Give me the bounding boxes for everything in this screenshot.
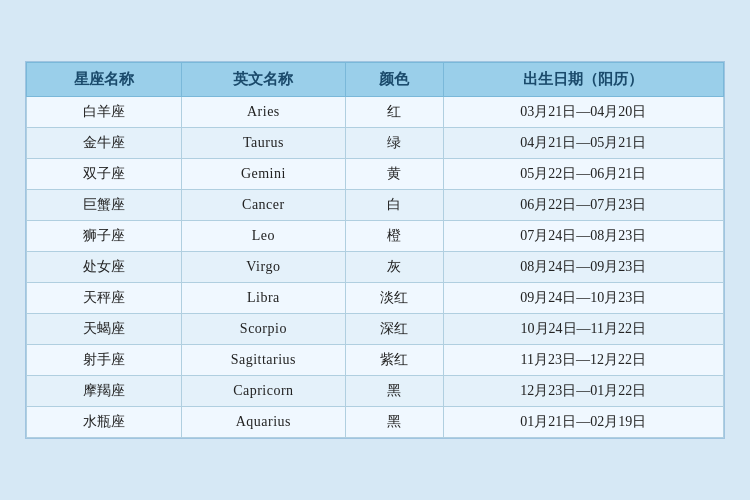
cell-dates: 12月23日—01月22日	[443, 376, 723, 407]
zodiac-table: 星座名称 英文名称 颜色 出生日期（阳历） 白羊座Aries红03月21日—04…	[26, 62, 724, 438]
cell-english-name: Aries	[181, 97, 346, 128]
cell-dates: 06月22日—07月23日	[443, 190, 723, 221]
cell-dates: 05月22日—06月21日	[443, 159, 723, 190]
cell-color: 黑	[346, 407, 443, 438]
cell-chinese-name: 处女座	[27, 252, 182, 283]
table-row: 摩羯座Capricorn黑12月23日—01月22日	[27, 376, 724, 407]
table-row: 天秤座Libra淡红09月24日—10月23日	[27, 283, 724, 314]
table-row: 金牛座Taurus绿04月21日—05月21日	[27, 128, 724, 159]
table-row: 双子座Gemini黄05月22日—06月21日	[27, 159, 724, 190]
table-row: 白羊座Aries红03月21日—04月20日	[27, 97, 724, 128]
cell-english-name: Libra	[181, 283, 346, 314]
header-chinese-name: 星座名称	[27, 63, 182, 97]
cell-chinese-name: 金牛座	[27, 128, 182, 159]
table-row: 处女座Virgo灰08月24日—09月23日	[27, 252, 724, 283]
cell-color: 红	[346, 97, 443, 128]
cell-dates: 03月21日—04月20日	[443, 97, 723, 128]
header-dates: 出生日期（阳历）	[443, 63, 723, 97]
cell-color: 黄	[346, 159, 443, 190]
table-row: 射手座Sagittarius紫红11月23日—12月22日	[27, 345, 724, 376]
cell-color: 白	[346, 190, 443, 221]
cell-dates: 01月21日—02月19日	[443, 407, 723, 438]
table-header-row: 星座名称 英文名称 颜色 出生日期（阳历）	[27, 63, 724, 97]
cell-chinese-name: 摩羯座	[27, 376, 182, 407]
table-row: 巨蟹座Cancer白06月22日—07月23日	[27, 190, 724, 221]
cell-dates: 08月24日—09月23日	[443, 252, 723, 283]
cell-color: 绿	[346, 128, 443, 159]
table-row: 天蝎座Scorpio深红10月24日—11月22日	[27, 314, 724, 345]
cell-color: 黑	[346, 376, 443, 407]
cell-chinese-name: 射手座	[27, 345, 182, 376]
cell-chinese-name: 狮子座	[27, 221, 182, 252]
cell-chinese-name: 水瓶座	[27, 407, 182, 438]
cell-color: 深红	[346, 314, 443, 345]
cell-english-name: Scorpio	[181, 314, 346, 345]
cell-english-name: Sagittarius	[181, 345, 346, 376]
cell-color: 橙	[346, 221, 443, 252]
cell-chinese-name: 白羊座	[27, 97, 182, 128]
cell-color: 灰	[346, 252, 443, 283]
header-english-name: 英文名称	[181, 63, 346, 97]
zodiac-table-container: 星座名称 英文名称 颜色 出生日期（阳历） 白羊座Aries红03月21日—04…	[25, 61, 725, 439]
header-color: 颜色	[346, 63, 443, 97]
cell-english-name: Cancer	[181, 190, 346, 221]
cell-chinese-name: 天蝎座	[27, 314, 182, 345]
cell-english-name: Leo	[181, 221, 346, 252]
cell-color: 淡红	[346, 283, 443, 314]
table-row: 水瓶座Aquarius黑01月21日—02月19日	[27, 407, 724, 438]
table-row: 狮子座Leo橙07月24日—08月23日	[27, 221, 724, 252]
cell-dates: 11月23日—12月22日	[443, 345, 723, 376]
cell-dates: 10月24日—11月22日	[443, 314, 723, 345]
cell-chinese-name: 天秤座	[27, 283, 182, 314]
cell-dates: 04月21日—05月21日	[443, 128, 723, 159]
cell-chinese-name: 双子座	[27, 159, 182, 190]
cell-english-name: Virgo	[181, 252, 346, 283]
cell-dates: 07月24日—08月23日	[443, 221, 723, 252]
cell-dates: 09月24日—10月23日	[443, 283, 723, 314]
table-body: 白羊座Aries红03月21日—04月20日金牛座Taurus绿04月21日—0…	[27, 97, 724, 438]
cell-english-name: Aquarius	[181, 407, 346, 438]
cell-english-name: Gemini	[181, 159, 346, 190]
cell-color: 紫红	[346, 345, 443, 376]
cell-english-name: Taurus	[181, 128, 346, 159]
cell-english-name: Capricorn	[181, 376, 346, 407]
cell-chinese-name: 巨蟹座	[27, 190, 182, 221]
